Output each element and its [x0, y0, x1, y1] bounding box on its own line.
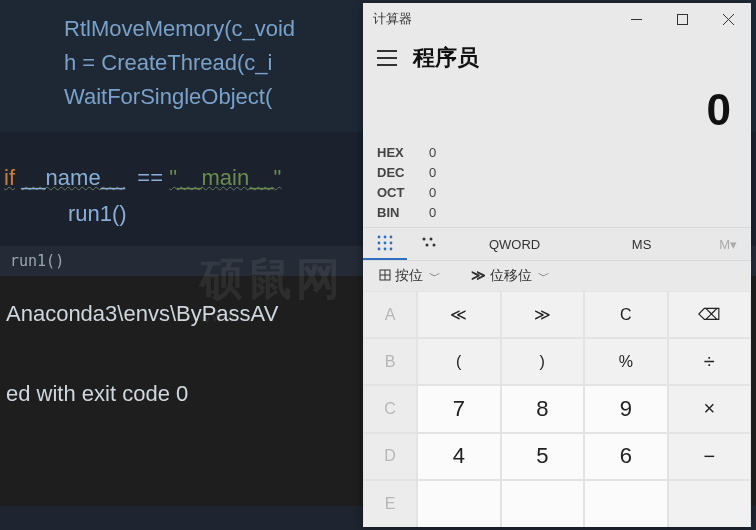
bitshift-dropdown[interactable]: ≫ 位移位﹀	[471, 267, 554, 285]
memory-store-button[interactable]: MS	[578, 228, 705, 260]
key-e[interactable]: E	[363, 480, 417, 527]
svg-point-6	[390, 236, 393, 239]
key-5[interactable]: 5	[501, 433, 585, 480]
minimize-icon	[631, 14, 642, 25]
svg-point-4	[378, 236, 381, 239]
number-bases: HEX0 DEC0 OCT0 BIN0	[363, 141, 751, 227]
hamburger-icon	[377, 64, 397, 66]
mode-title: 程序员	[413, 43, 479, 73]
memory-dropdown-button[interactable]: M▾	[705, 228, 751, 260]
svg-point-5	[384, 236, 387, 239]
key-multiply[interactable]: ×	[668, 385, 752, 432]
keypad-icon	[377, 235, 393, 251]
base-dec[interactable]: DEC0	[377, 163, 737, 183]
maximize-icon	[677, 14, 688, 25]
svg-point-8	[384, 242, 387, 245]
close-button[interactable]	[705, 3, 751, 35]
key-6[interactable]: 6	[584, 433, 668, 480]
minimize-button[interactable]	[613, 3, 659, 35]
key-minus[interactable]: −	[668, 433, 752, 480]
svg-point-13	[423, 238, 426, 241]
chevron-down-icon: ﹀	[538, 269, 550, 283]
bitwise-icon	[379, 269, 391, 281]
calc-header: 程序员	[363, 35, 751, 75]
key-lshift[interactable]: ≪	[417, 291, 501, 338]
string-main: "__main__"	[169, 165, 281, 190]
key-clear[interactable]: C	[584, 291, 668, 338]
key-7[interactable]: 7	[417, 385, 501, 432]
hamburger-icon	[377, 50, 397, 52]
maximize-button[interactable]	[659, 3, 705, 35]
key-rparen[interactable]: )	[501, 338, 585, 385]
keypad-mode-button[interactable]	[363, 228, 407, 260]
svg-point-12	[390, 248, 393, 251]
base-bin[interactable]: BIN0	[377, 203, 737, 223]
key-b[interactable]: B	[363, 338, 417, 385]
key-divide[interactable]: ÷	[668, 338, 752, 385]
identifier-name: __name__	[21, 165, 125, 190]
close-icon	[723, 14, 734, 25]
svg-point-11	[384, 248, 387, 251]
base-hex[interactable]: HEX0	[377, 143, 737, 163]
key-blank	[584, 480, 668, 527]
svg-rect-1	[677, 14, 687, 24]
word-size-button[interactable]: QWORD	[451, 228, 578, 260]
bit-toggle-mode-button[interactable]	[407, 228, 451, 260]
key-percent[interactable]: %	[584, 338, 668, 385]
shift-icon: ≫	[471, 267, 486, 283]
titlebar[interactable]: 计算器	[363, 3, 751, 35]
key-blank	[417, 480, 501, 527]
calculator-window: 计算器 程序员 0 HEX0 DEC0 OCT0 B	[363, 3, 751, 527]
key-lparen[interactable]: (	[417, 338, 501, 385]
operator-eq: ==	[137, 165, 163, 190]
svg-point-14	[430, 238, 433, 241]
bit-icon	[421, 236, 437, 252]
key-9[interactable]: 9	[584, 385, 668, 432]
svg-point-15	[426, 244, 429, 247]
key-d[interactable]: D	[363, 433, 417, 480]
window-title: 计算器	[373, 10, 412, 28]
keypad: A≪≫C⌫B()%÷C789×D456−E	[363, 291, 751, 527]
key-blank	[668, 480, 752, 527]
hamburger-icon	[377, 57, 397, 59]
calc-display: 0	[363, 75, 751, 141]
key-backspace[interactable]: ⌫	[668, 291, 752, 338]
menu-button[interactable]	[377, 50, 397, 66]
key-4[interactable]: 4	[417, 433, 501, 480]
calc-toolbar: QWORD MS M▾	[363, 227, 751, 261]
key-c[interactable]: C	[363, 385, 417, 432]
calc-subbar: 按位﹀ ≫ 位移位﹀	[363, 261, 751, 291]
bitwise-dropdown[interactable]: 按位﹀	[379, 267, 445, 285]
svg-point-9	[390, 242, 393, 245]
svg-point-16	[433, 244, 436, 247]
key-rshift[interactable]: ≫	[501, 291, 585, 338]
base-oct[interactable]: OCT0	[377, 183, 737, 203]
key-8[interactable]: 8	[501, 385, 585, 432]
keyword-if: if	[4, 165, 15, 190]
svg-point-10	[378, 248, 381, 251]
key-blank	[501, 480, 585, 527]
chevron-down-icon: ﹀	[429, 269, 441, 283]
svg-point-7	[378, 242, 381, 245]
key-a[interactable]: A	[363, 291, 417, 338]
